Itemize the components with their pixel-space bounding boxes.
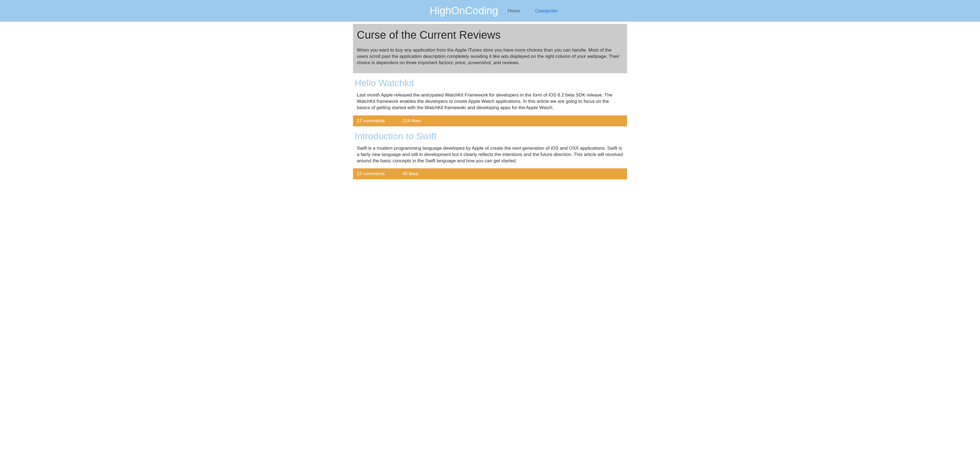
article: Introduction to Swift Swift is a modern … <box>353 130 627 180</box>
article-comments: 15 comments <box>357 171 402 177</box>
article: Hello Watchkit Last month Apple released… <box>353 77 627 126</box>
site-title[interactable]: HighOnCoding <box>430 5 498 17</box>
nav-link-categories[interactable]: Categories <box>535 8 558 14</box>
hero-title: Curse of the Current Reviews <box>357 29 623 41</box>
header: HighOnCoding Home Categories <box>0 0 980 22</box>
nav: Home Categories <box>508 8 558 14</box>
article-meta-bar: 12 comments 124 likes <box>353 115 627 126</box>
article-title-link[interactable]: Introduction to Swift <box>353 130 627 142</box>
article-comments: 12 comments <box>357 118 402 124</box>
article-likes: 45 likes <box>402 171 418 177</box>
article-body: Swift is a modern programming language d… <box>353 142 627 169</box>
article-meta-bar: 15 comments 45 likes <box>353 168 627 179</box>
article-body: Last month Apple released the anticipate… <box>353 89 627 115</box>
hero-text: When you want to buy any application fro… <box>357 47 623 66</box>
article-likes: 124 likes <box>402 118 421 124</box>
main-container: Curse of the Current Reviews When you wa… <box>353 24 627 179</box>
nav-link-home[interactable]: Home <box>508 8 520 14</box>
article-title-link[interactable]: Hello Watchkit <box>353 77 627 89</box>
hero-panel: Curse of the Current Reviews When you wa… <box>353 24 627 73</box>
header-inner: HighOnCoding Home Categories <box>353 5 627 17</box>
